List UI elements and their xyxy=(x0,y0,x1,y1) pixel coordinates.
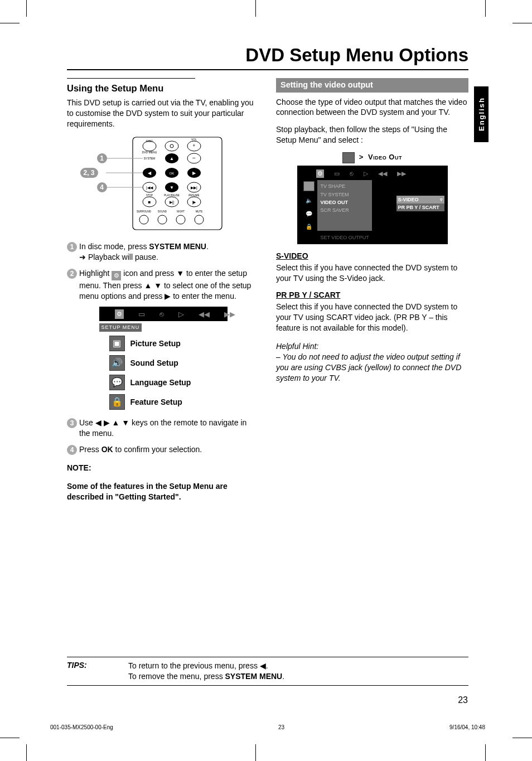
menu-item-language: 💬Language Setup xyxy=(109,375,228,390)
svg-text:|▶: |▶ xyxy=(192,200,196,205)
menu-item-sound: 🔊Sound Setup xyxy=(109,355,228,371)
strip-icon: ▷ xyxy=(364,169,368,178)
step-subtext: ➜ Playback will pause. xyxy=(79,253,158,261)
tips-line: To remove the menu, press xyxy=(128,672,225,681)
crop-mark xyxy=(26,0,27,17)
svideo-text: Select this if you have connected the DV… xyxy=(276,263,468,284)
step-3: 3 Use ◀ ▶ ▲ ▼ keys on the remote to navi… xyxy=(67,418,259,439)
callout-1: 1 xyxy=(97,153,107,163)
language-icon: 💬 xyxy=(109,375,125,390)
strip-icon: ▷ xyxy=(178,309,184,319)
language-icon: 💬 xyxy=(306,210,312,218)
step-badge: 2 xyxy=(67,269,77,279)
strip-icon: ⚙ xyxy=(316,169,324,178)
strip-icon: ▭ xyxy=(138,309,145,319)
footer-right: 9/16/04, 10:48 xyxy=(449,724,485,730)
tips-footer: TIPS: To return to the previous menu, pr… xyxy=(67,657,468,686)
strip-icon: ⎋ xyxy=(350,169,354,178)
language-tab: English xyxy=(474,86,489,142)
svg-text:STOP: STOP xyxy=(146,194,152,197)
crop-mark xyxy=(255,744,256,761)
prpby-heading: PR PB Y / SCART xyxy=(276,290,468,300)
footer-left: 001-035-MX2500-00-Eng xyxy=(50,724,113,730)
svg-text:|◀◀: |◀◀ xyxy=(146,186,153,190)
video-output-heading: Setting the video output xyxy=(276,78,468,93)
svg-text:DVD MENU: DVD MENU xyxy=(142,151,157,154)
picture-icon: ▣ xyxy=(109,336,125,351)
strip-icon: ▶▶ xyxy=(224,309,235,319)
svg-text:PLAY/PAUSE: PLAY/PAUSE xyxy=(164,194,179,197)
right-column: Setting the video output Choose the type… xyxy=(276,78,468,502)
hint-text: – You do not need to adjust the video ou… xyxy=(276,352,468,384)
svg-point-3 xyxy=(165,141,178,151)
svg-text:DISC: DISC xyxy=(146,139,153,143)
submenu-footer: SET VIDEO OUTPUT xyxy=(301,231,444,241)
picture-icon xyxy=(342,152,355,163)
step-text: In disc mode, press xyxy=(79,242,149,251)
tips-line: . xyxy=(282,672,284,681)
step-2: 2 Highlight ⚙ icon and press ▼ to enter … xyxy=(67,268,259,302)
tips-line: To return to the previous menu, press ◀. xyxy=(128,661,268,670)
svg-point-41 xyxy=(176,215,185,224)
svg-text:◀: ◀ xyxy=(148,171,152,176)
remote-illustration: DISC DVD MENU + VOL SYSTEM ▲ − ◀ OK ▶ xyxy=(99,136,228,234)
strip-icon: ▶▶ xyxy=(397,169,406,178)
menu-item-label: Feature Setup xyxy=(130,397,182,408)
submenu-item: TV SYSTEM xyxy=(321,191,369,198)
video-out-illustration: > Video Out ⚙ ▭ ⎋ ▷ ◀◀ ▶▶ xyxy=(297,152,448,244)
menu-item-picture: ▣Picture Setup xyxy=(109,336,228,351)
step-text: to confirm your selection. xyxy=(113,445,202,454)
menu-item-label: Language Setup xyxy=(130,377,191,388)
vo-intro2: Stop playback, then follow the steps of … xyxy=(276,124,468,146)
tips-label: TIPS: xyxy=(67,661,128,682)
crop-mark xyxy=(0,23,20,23)
callout-4: 4 xyxy=(97,182,107,192)
svg-text:▲: ▲ xyxy=(170,156,174,161)
svg-point-40 xyxy=(158,215,167,224)
vo-intro: Choose the type of video output that mat… xyxy=(276,97,468,118)
page-title: DVD Setup Menu Options xyxy=(67,45,468,70)
dropdown-icon: ▿ xyxy=(440,196,443,203)
step-text-bold: SYSTEM MENU xyxy=(149,242,206,251)
svg-text:+: + xyxy=(192,143,195,148)
content-area: DVD Setup Menu Options Using the Setup M… xyxy=(67,45,468,502)
page-number: 23 xyxy=(458,695,468,705)
submenu-option: S-VIDEO xyxy=(398,196,419,203)
tips-line-bold: SYSTEM MENU xyxy=(225,672,283,681)
setup-menu-illustration: ⚙ ▭ ⎋ ▷ ◀◀ ▶▶ SETUP MENU ▣Picture Setup … xyxy=(99,307,228,410)
hint-label: Helpful Hint: xyxy=(276,341,468,352)
svg-text:▼: ▼ xyxy=(170,185,174,190)
crop-mark xyxy=(255,0,256,17)
svg-text:NIGHT: NIGHT xyxy=(177,210,185,213)
callout-2-3: 2, 3 xyxy=(80,168,98,178)
svg-point-39 xyxy=(139,215,148,224)
feature-icon: 🔒 xyxy=(109,394,125,410)
crop-mark xyxy=(512,738,532,738)
step-badge: 3 xyxy=(67,418,77,428)
print-footer: 001-035-MX2500-00-Eng 23 9/16/04, 10:48 xyxy=(50,724,485,730)
step-text: Use ◀ ▶ ▲ ▼ keys on the remote to naviga… xyxy=(79,418,259,439)
submenu-item: SCR SAVER xyxy=(321,206,369,214)
menu-item-label: Sound Setup xyxy=(130,358,178,369)
step-badge: 4 xyxy=(67,445,77,455)
svg-text:MUTE: MUTE xyxy=(195,210,202,213)
svg-text:▶: ▶ xyxy=(192,171,196,176)
footer-mid: 23 xyxy=(278,724,284,730)
sound-icon: 🔈 xyxy=(306,197,312,205)
svg-text:OK: OK xyxy=(169,172,174,175)
arrow-icon: > xyxy=(359,153,364,162)
menu-item-label: Picture Setup xyxy=(130,338,181,349)
crop-mark xyxy=(485,0,486,17)
vo-title-text: Video Out xyxy=(368,153,402,162)
strip-icon: ⎋ xyxy=(159,309,164,319)
svg-text:SURROUND: SURROUND xyxy=(136,210,151,213)
note-label: NOTE: xyxy=(67,463,259,473)
svideo-heading: S-VIDEO xyxy=(276,251,468,261)
strip-icon: ◀◀ xyxy=(199,309,210,319)
prpby-text: Select this if you have connected the DV… xyxy=(276,302,468,333)
picture-icon xyxy=(303,181,315,191)
step-text: Press xyxy=(79,445,101,454)
step-1: 1 In disc mode, press SYSTEM MENU. ➜ Pla… xyxy=(67,241,259,263)
step-text-bold: OK xyxy=(101,445,113,454)
crop-mark xyxy=(512,23,532,23)
